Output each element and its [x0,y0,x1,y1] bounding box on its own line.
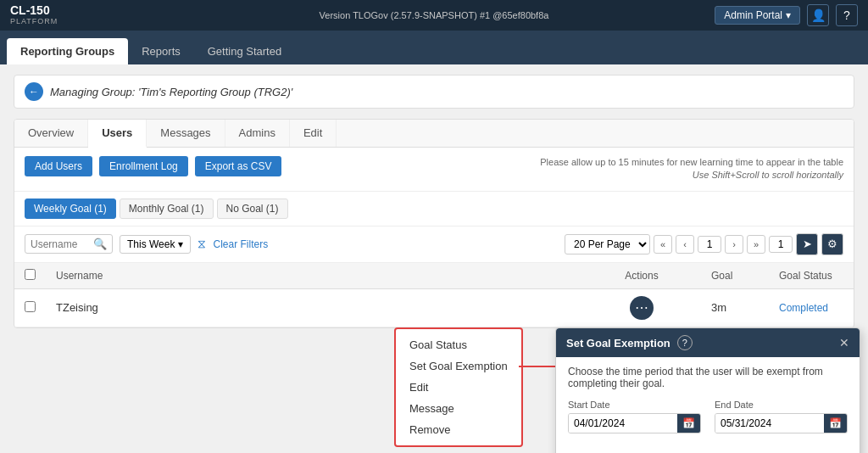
breadcrumb: ← Managing Group: 'Tim's Reporting Group… [14,75,854,109]
search-icon: 🔍 [93,238,107,250]
user-icon[interactable]: 👤 [807,4,829,26]
start-date-label: Start Date [568,400,701,410]
dropdown-item-remove[interactable]: Remove [396,419,521,440]
end-date-label: End Date [715,400,848,410]
goal-tab-weekly[interactable]: Weekly Goal (1) [25,199,116,219]
row-checkbox[interactable] [25,301,36,312]
col-goal-status: Goal Status [769,263,854,289]
select-all-checkbox[interactable] [25,269,36,280]
add-users-button[interactable]: Add Users [25,156,92,176]
users-table: Username Actions Goal Goal Status TZeisi… [14,263,854,327]
dialog-close-icon[interactable]: ✕ [839,336,849,350]
top-bar-right: Admin Portal ▾ 👤 ? [715,4,858,26]
actions-dropdown-menu: Goal Status Set Goal Exemption Edit Mess… [394,327,523,447]
set-goal-exemption-dialog: Set Goal Exemption ? ✕ Choose the time p… [555,327,860,453]
help-icon[interactable]: ? [836,4,858,26]
inner-tabs: Overview Users Messages Admins Edit [14,120,854,148]
last-page-button[interactable]: » [747,235,765,254]
goal-tab-no-goal[interactable]: No Goal (1) [217,199,288,219]
nav-tabs-bar: Reporting Groups Reports Getting Started [0,31,868,64]
go-to-page-button[interactable]: ➤ [796,233,818,255]
enrollment-log-button[interactable]: Enrollment Log [99,156,188,176]
nav-tab-getting-started[interactable]: Getting Started [194,38,295,64]
main-content: ← Managing Group: 'Tim's Reporting Group… [0,64,868,453]
settings-icon[interactable]: ⚙ [821,233,843,255]
tab-overview[interactable]: Overview [14,120,88,147]
dialog-header: Set Goal Exemption ? ✕ [556,328,860,357]
actions-dots-button[interactable]: ⋯ [630,296,654,320]
start-date-calendar-icon[interactable]: 📅 [677,414,700,433]
col-username: Username [46,263,582,289]
top-bar: CL-150 PLATFORM Version TLOGov (2.57.9-S… [0,0,868,31]
chevron-down-icon: ▾ [178,238,183,250]
toolbar-left: Add Users Enrollment Log Export as CSV [25,156,281,176]
dropdown-item-goal-status[interactable]: Goal Status [396,334,521,355]
per-page-select[interactable]: 20 Per Page [565,234,650,254]
cell-actions: ⋯ [582,288,701,327]
next-page-button[interactable]: › [725,235,743,254]
goal-filter-tabs: Weekly Goal (1) Monthly Goal (1) No Goal… [14,192,854,226]
dialog-body: Choose the time period that the user wil… [556,357,860,452]
dropdown-item-set-goal-exemption[interactable]: Set Goal Exemption [396,355,521,377]
end-date-calendar-icon[interactable]: 📅 [824,414,847,433]
goal-tab-monthly[interactable]: Monthly Goal (1) [120,199,214,219]
version-text: Version TLOGov (2.57.9-SNAPSHOT) #1 @65e… [320,10,549,20]
dropdown-item-message[interactable]: Message [396,398,521,419]
logo-sub: PLATFORM [10,18,58,26]
username-search-input[interactable] [31,238,90,250]
col-actions: Actions [582,263,701,289]
cell-username: TZeising [46,288,582,327]
breadcrumb-text: Managing Group: 'Tim's Reporting Group (… [50,86,292,98]
dialog-description: Choose the time period that the user wil… [568,366,848,389]
col-goal: Goal [701,263,769,289]
end-date-input[interactable] [715,414,824,433]
main-panel: Overview Users Messages Admins Edit Add … [14,119,854,328]
tab-users[interactable]: Users [88,120,147,148]
tab-messages[interactable]: Messages [147,120,225,147]
username-search-box[interactable]: 🔍 [25,234,113,254]
dialog-fields: Start Date 📅 End Date 📅 [568,400,848,433]
first-page-button[interactable]: « [654,235,672,254]
logo-text: CL-150 [10,4,58,17]
dialog-title: Set Goal Exemption [566,337,670,350]
admin-portal-button[interactable]: Admin Portal ▾ [715,6,800,25]
cell-goal-status: Completed [769,288,854,327]
app-logo: CL-150 PLATFORM [10,4,58,25]
nav-tab-reporting-groups[interactable]: Reporting Groups [7,38,128,64]
back-button[interactable]: ← [25,82,43,101]
prev-page-button[interactable]: ‹ [676,235,694,254]
end-date-field: End Date 📅 [715,400,848,433]
page-number-input[interactable] [698,236,721,253]
filter-row: 🔍 This Week ▾ ⧖ Clear Filters 20 Per Pag… [14,226,854,263]
toolbar: Add Users Enrollment Log Export as CSV P… [14,148,854,192]
start-date-field: Start Date 📅 [568,400,701,433]
start-date-input[interactable] [569,414,677,433]
tab-edit[interactable]: Edit [290,120,337,147]
go-to-page-input[interactable] [769,236,793,253]
week-select[interactable]: This Week ▾ [120,235,191,254]
export-csv-button[interactable]: Export as CSV [195,156,282,176]
week-label: This Week [127,238,175,250]
filter-icon[interactable]: ⧖ [198,237,206,251]
dropdown-item-edit[interactable]: Edit [396,377,521,398]
dialog-help-icon[interactable]: ? [677,335,693,350]
toolbar-note: Please allow up to 15 minutes for new le… [540,156,843,182]
clear-filters-link[interactable]: Clear Filters [213,238,268,250]
tab-admins[interactable]: Admins [225,120,290,147]
cell-goal: 3m [701,288,769,327]
table-row: TZeising ⋯ 3m Completed [14,288,854,327]
pagination: 20 Per Page « ‹ › » ➤ ⚙ [565,233,843,255]
nav-tab-reports[interactable]: Reports [128,38,194,64]
